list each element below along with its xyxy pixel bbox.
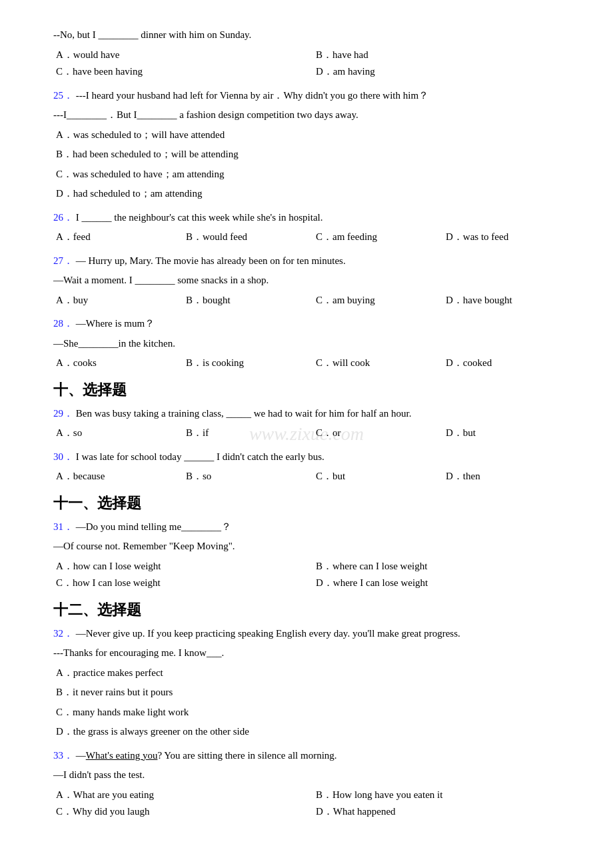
q32-optA: A．practice makes perfect [53,665,573,682]
q26-options: A．feed B．would feed C．am feeding D．was t… [53,229,573,246]
question-28: 28． —Where is mum？ —She________in the ki… [53,315,573,372]
q27-optD: D．have bought [443,292,573,309]
question-intro-stem: --No, but I ________ dinner with him on … [53,27,573,44]
q30-stem: 30． I was late for school today ______ I… [53,449,573,466]
q33-optD: D．What happened [313,803,573,821]
option-D: D．am having [313,63,573,81]
q31-optD: D．where I can lose weight [313,575,573,592]
q33-options: A．What are you eating B．How long have yo… [53,787,573,821]
q29-optD: D．but [443,425,573,442]
q25-stem1: 25． ---I heard your husband had left for… [53,87,573,105]
q32-stem1: 32． —Never give up. If you keep practici… [53,625,573,643]
q30-optD: D．then [443,468,573,485]
q33-optB: B．How long have you eaten it [313,787,573,804]
q26-stem: 26． I ______ the neighbour's cat this we… [53,209,573,227]
q27-options: A．buy B．bought C．am buying D．have bought [53,292,573,309]
q30-optB: B．so [183,468,313,485]
q26-optB: B．would feed [183,229,313,246]
q33-stem1: 33． —What's eating you? You are sitting … [53,747,573,765]
q33-optA: A．What are you eating [53,787,313,804]
q29-stem: 29． Ben was busy taking a training class… [53,405,573,423]
question-33: 33． —What's eating you? You are sitting … [53,747,573,821]
q28-options: A．cooks B．is cooking C．will cook D．cooke… [53,355,573,372]
q32-optD: D．the grass is always greener on the oth… [53,723,573,741]
section-10-title: 十、选择题 [53,380,573,400]
question-29: 29． Ben was busy taking a training class… [53,405,573,442]
question-intro-options: A．would have B．have had C．have been havi… [53,47,573,81]
q28-stem1: 28． —Where is mum？ [53,315,573,333]
q30-optA: A．because [53,468,183,485]
q31-stem2: —Of course not. Remember "Keep Moving". [53,538,573,555]
q33-stem2: —I didn't pass the test. [53,767,573,784]
q29-options: A．so B．if C．or D．but [53,425,573,442]
q31-stem1: 31． —Do you mind telling me________？ [53,519,573,536]
q25-optC: C．was scheduled to have；am attending [53,166,573,183]
q32-stem2: ---Thanks for encouraging me. I know___. [53,645,573,662]
q28-optA: A．cooks [53,355,183,372]
section-12-title: 十二、选择题 [53,600,573,620]
question-25: 25． ---I heard your husband had left for… [53,87,573,203]
q28-optB: B．is cooking [183,355,313,372]
option-A: A．would have [53,47,313,64]
q33-optC: C．Why did you laugh [53,803,313,821]
q25-optB: B．had been scheduled to；will be attendin… [53,146,573,163]
q27-optA: A．buy [53,292,183,309]
q27-optC: C．am buying [313,292,443,309]
q31-optA: A．how can I lose weight [53,558,313,575]
q25-stem2: ---I________．But I________ a fashion des… [53,107,573,124]
option-C: C．have been having [53,63,313,81]
q31-optC: C．how I can lose weight [53,575,313,592]
q28-stem2: —She________in the kitchen. [53,335,573,353]
q27-optB: B．bought [183,292,313,309]
q26-optC: C．am feeding [313,229,443,246]
q31-optB: B．where can I lose weight [313,558,573,575]
question-intro: --No, but I ________ dinner with him on … [53,27,573,81]
q25-optD: D．had scheduled to；am attending [53,185,573,203]
q27-stem1: 27． — Hurry up, Mary. The movie has alre… [53,253,573,270]
question-32: 32． —Never give up. If you keep practici… [53,625,573,741]
q30-optC: C．but [313,468,443,485]
q29-optC: C．or [313,425,443,442]
question-31: 31． —Do you mind telling me________？ —Of… [53,519,573,592]
q30-options: A．because B．so C．but D．then [53,468,573,485]
q29-optB: B．if [183,425,313,442]
q25-optA: A．was scheduled to；will have attended [53,127,573,144]
q26-optA: A．feed [53,229,183,246]
q29-optA: A．so [53,425,183,442]
q26-optD: D．was to feed [443,229,573,246]
q32-optB: B．it never rains but it pours [53,684,573,701]
q27-stem2: —Wait a moment. I ________ some snacks i… [53,272,573,289]
q32-optC: C．many hands make light work [53,704,573,721]
q28-optD: D．cooked [443,355,573,372]
section-11-title: 十一、选择题 [53,493,573,513]
question-30: 30． I was late for school today ______ I… [53,449,573,485]
question-27: 27． — Hurry up, Mary. The movie has alre… [53,253,573,309]
q28-optC: C．will cook [313,355,443,372]
question-26: 26． I ______ the neighbour's cat this we… [53,209,573,246]
q31-options: A．how can I lose weight B．where can I lo… [53,558,573,592]
option-B: B．have had [313,47,573,64]
